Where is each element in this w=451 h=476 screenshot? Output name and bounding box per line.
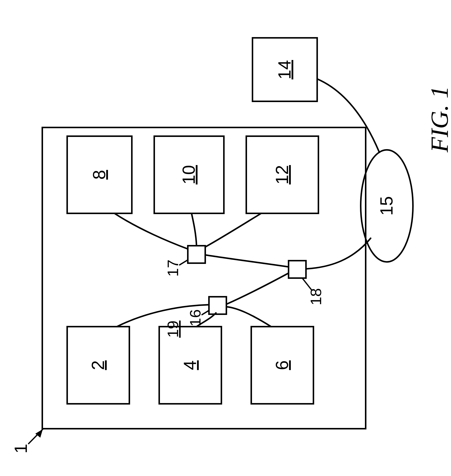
hub-18 bbox=[289, 261, 306, 278]
block-12-label: 12 bbox=[272, 165, 292, 184]
conn-8-17 bbox=[114, 213, 188, 249]
conn-6-16 bbox=[226, 307, 271, 327]
hub-16 bbox=[209, 297, 226, 314]
label-17: 17 bbox=[164, 260, 181, 277]
conn-18-15 bbox=[306, 238, 371, 269]
label-19: 19 bbox=[164, 321, 181, 338]
block-8-label: 8 bbox=[90, 170, 109, 180]
block-4-label: 4 bbox=[180, 360, 200, 370]
label-1: 1 bbox=[11, 444, 31, 454]
conn-12-17 bbox=[205, 213, 261, 247]
block-10-label: 10 bbox=[179, 165, 199, 184]
conn-16-18 bbox=[226, 273, 289, 304]
label-18: 18 bbox=[307, 288, 324, 305]
lead-18 bbox=[302, 278, 311, 290]
figure-caption: FIG. 1 bbox=[426, 86, 451, 153]
conn-10-17 bbox=[192, 213, 197, 246]
conn-17-18 bbox=[205, 255, 289, 267]
conn-15-14 bbox=[317, 79, 379, 152]
block-14-label: 14 bbox=[275, 60, 294, 79]
ellipse-15-label: 15 bbox=[377, 196, 396, 216]
figure-root: 1 19 2 4 6 8 10 12 16 17 18 bbox=[11, 38, 451, 453]
block-6-label: 6 bbox=[272, 360, 292, 370]
hub-17 bbox=[188, 246, 205, 263]
block-2-label: 2 bbox=[88, 360, 108, 370]
